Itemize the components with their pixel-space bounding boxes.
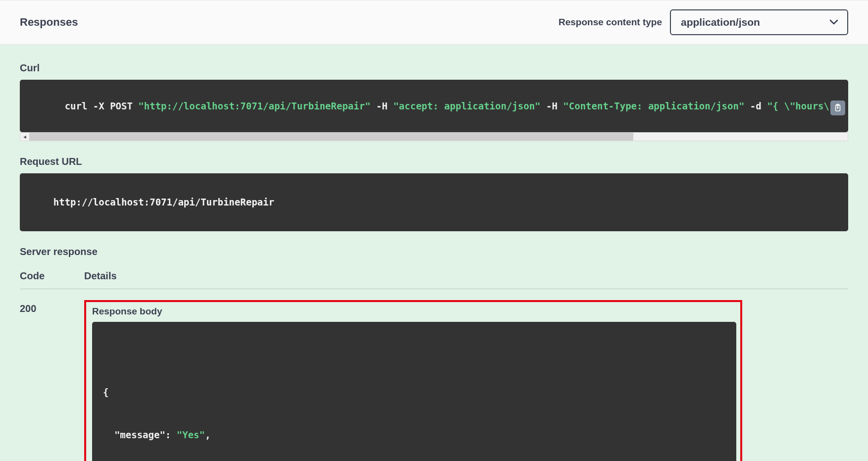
content-type-label: Response content type	[559, 17, 662, 28]
response-body-box[interactable]: { "message": "Yes", "revenueOpportunity"…	[92, 322, 736, 461]
response-body-label: Response body	[92, 306, 736, 317]
response-table-header: Code Details	[20, 270, 848, 289]
request-url-box[interactable]: http://localhost:7071/api/TurbineRepair	[20, 173, 848, 232]
response-body-json: { "message": "Yes", "revenueOpportunity"…	[103, 357, 725, 461]
server-response-label: Server response	[20, 246, 848, 257]
horizontal-scrollbar[interactable]: ◂	[20, 132, 848, 141]
column-header-details: Details	[84, 270, 117, 282]
curl-command-box[interactable]: curl -X POST "http://localhost:7071/api/…	[20, 80, 848, 132]
content-type-wrap: Response content type application/json	[559, 9, 848, 35]
response-row: 200 Response body { "message": "Yes", "r…	[20, 300, 848, 461]
scrollbar-thumb[interactable]	[29, 133, 633, 141]
curl-section: curl -X POST "http://localhost:7071/api/…	[20, 80, 848, 141]
copy-curl-button[interactable]	[830, 101, 845, 115]
response-body-highlight-box: Response body { "message": "Yes", "reven…	[84, 300, 742, 461]
scroll-left-arrow-icon[interactable]: ◂	[20, 133, 29, 140]
response-details: Response body { "message": "Yes", "reven…	[84, 300, 848, 461]
responses-header: Responses Response content type applicat…	[0, 0, 868, 45]
clipboard-icon	[833, 103, 842, 112]
request-url-label: Request URL	[20, 156, 848, 167]
content-type-select[interactable]: application/json	[670, 9, 848, 35]
curl-command-text: curl -X POST "http://localhost:7071/api/…	[65, 101, 841, 111]
status-code: 200	[20, 300, 84, 461]
chevron-down-icon	[829, 19, 838, 25]
responses-title: Responses	[20, 16, 78, 29]
request-url-value: http://localhost:7071/api/TurbineRepair	[53, 197, 274, 207]
curl-label: Curl	[20, 62, 848, 74]
content-type-value: application/json	[681, 16, 760, 28]
main-content: Curl curl -X POST "http://localhost:7071…	[0, 45, 868, 461]
column-header-code: Code	[20, 270, 84, 282]
